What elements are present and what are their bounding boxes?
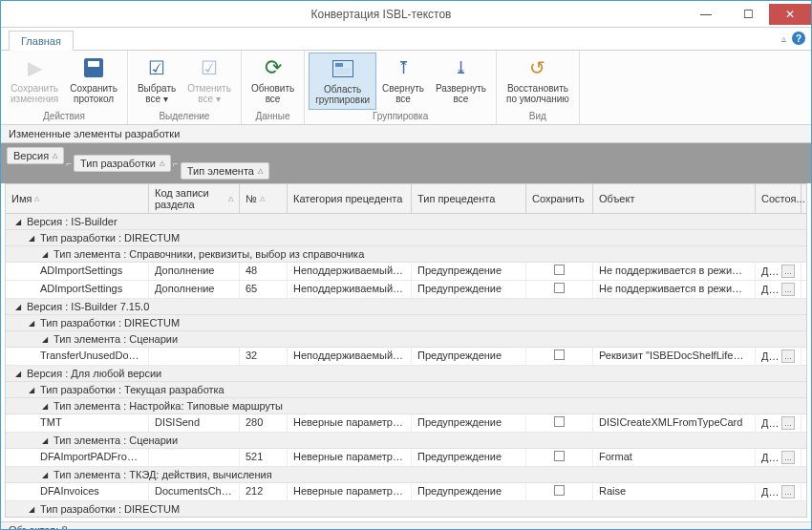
checkbox[interactable] [554, 416, 565, 427]
group-row[interactable]: ◢Тип разработки : DIRECTUM [6, 315, 806, 331]
cell-save[interactable] [526, 263, 593, 280]
group-row[interactable]: ◢Тип элемента : Сценарии [6, 331, 806, 348]
cell-category: Неверные параметры вызов... [288, 483, 412, 500]
cell-code [149, 449, 240, 466]
cell-category: Неподдерживаемый объект [288, 263, 412, 280]
cell-code: Дополнение [149, 281, 240, 298]
group-chip[interactable]: Тип элемента △ [181, 162, 269, 180]
ellipsis-button[interactable]: … [781, 265, 795, 278]
cell-object: DISICreateXMLFromTypeCard [593, 414, 756, 432]
maximize-button[interactable]: ☐ [727, 4, 769, 25]
column-header[interactable]: Сохранить [526, 184, 593, 213]
ribbon-collapse-icon[interactable]: ▵ [781, 33, 786, 44]
minimize-button[interactable]: — [685, 4, 727, 25]
group-row[interactable]: ◢Версия : IS-Builder [6, 214, 806, 230]
group-row[interactable]: ◢Тип элемента : Сценарии [6, 433, 806, 449]
cell-save[interactable] [526, 348, 593, 365]
table-row[interactable]: ADImportSettingsДополнение65Неподдержива… [6, 281, 806, 299]
column-header[interactable]: № △ [240, 184, 288, 213]
ribbon-group: ▶СохранитьизмененияСохранитьпротоколДейс… [1, 51, 128, 124]
group-row[interactable]: ◢Тип элемента : Справочники, реквизиты, … [6, 246, 806, 263]
save-protocol-button[interactable]: Сохранитьпротокол [64, 53, 123, 110]
table-row[interactable]: ADImportSettingsДополнение48Неподдержива… [6, 263, 806, 281]
collapse-all-button[interactable]: ⤒Свернутьвсе [376, 53, 430, 110]
group-row[interactable]: ◢Тип разработки : DIRECTUM [6, 501, 806, 517]
cell-save[interactable] [526, 281, 593, 298]
select-all-button[interactable]: ☑Выбратьвсе ▾ [132, 53, 182, 110]
expander-icon[interactable]: ◢ [40, 470, 50, 479]
cell-save[interactable] [526, 414, 593, 432]
expander-icon[interactable]: ◢ [13, 369, 23, 378]
column-header[interactable]: Имя △ [6, 184, 149, 213]
grid-body[interactable]: ◢Версия : IS-Builder◢Тип разработки : DI… [6, 214, 806, 517]
tab-main[interactable]: Главная [9, 31, 74, 51]
table-row[interactable]: DFAImportPADFromE...521Неверные параметр… [6, 449, 806, 467]
sel-icon: ☑ [196, 54, 223, 81]
group-row[interactable]: ◢Версия : IS-Builder 7.15.0 [6, 299, 806, 315]
cell-object: Raise [593, 483, 756, 500]
cell-name: DFAInvoices [6, 483, 149, 500]
group-row[interactable]: ◢Тип разработки : Текущая разработка [6, 382, 806, 398]
restore-default-button[interactable]: ↺Восстановитьпо умолчанию [501, 53, 575, 110]
ribbon-group: ☑Выбратьвсе ▾☑Отменитьвсе ▾Выделение [128, 51, 242, 124]
column-header[interactable]: Категория прецедента [288, 184, 412, 213]
ellipsis-button[interactable]: … [781, 283, 795, 296]
cell-state: Действу...… [756, 414, 801, 432]
group-chip[interactable]: Тип разработки △ [74, 155, 171, 172]
window-controls: — ☐ ✕ [685, 4, 811, 25]
cell-num: 212 [240, 483, 288, 500]
expander-icon[interactable]: ◢ [40, 435, 50, 445]
expander-icon[interactable]: ◢ [27, 318, 36, 328]
table-row[interactable]: TMTDISISend280Неверные параметры вызов..… [6, 414, 806, 433]
table-row[interactable]: DFAInvoicesDocumentsChain212Неверные пар… [6, 483, 806, 501]
expander-icon[interactable]: ◢ [40, 401, 50, 411]
ellipsis-button[interactable]: … [781, 416, 795, 430]
ellipsis-button[interactable]: … [781, 451, 795, 464]
expander-icon[interactable]: ◢ [27, 385, 36, 394]
group-row[interactable]: ◢Тип элемента : Настройка: Типовые маршр… [6, 398, 806, 414]
expander-icon[interactable]: ◢ [40, 249, 50, 259]
expander-icon[interactable]: ◢ [40, 334, 50, 344]
cell-state: Действу...… [756, 483, 801, 500]
refresh-all-button[interactable]: ⟳Обновитьвсе [246, 53, 300, 110]
group-row[interactable]: ◢Версия : Для любой версии [6, 366, 806, 382]
checkbox[interactable] [554, 283, 565, 293]
checkbox[interactable] [554, 485, 565, 496]
cell-type: Предупреждение [412, 414, 526, 432]
expand-icon: ⤓ [447, 54, 474, 81]
grid-header: Имя △Код записи раздела △№ △Категория пр… [6, 184, 806, 214]
expander-icon[interactable]: ◢ [13, 217, 23, 226]
ribbon-group-title: Группировка [373, 110, 428, 122]
column-header[interactable]: Состоя... [756, 184, 801, 213]
checkbox[interactable] [554, 265, 565, 275]
column-header[interactable]: Тип прецедента [412, 184, 526, 213]
group-row[interactable]: ◢Тип разработки : DIRECTUM [6, 230, 806, 246]
column-header[interactable]: Объект [593, 184, 756, 213]
expander-icon[interactable]: ◢ [27, 504, 36, 514]
ellipsis-button[interactable]: … [781, 485, 795, 498]
cell-state: Действу...… [756, 263, 801, 280]
cell-save[interactable] [526, 449, 593, 466]
table-row[interactable]: TransferUnusedDocu...32Неподдерживаемый … [6, 348, 806, 366]
cell-state: Действу...… [756, 449, 801, 466]
close-button[interactable]: ✕ [769, 4, 811, 25]
expand-all-button[interactable]: ⤓Развернутьвсе [430, 53, 492, 110]
group-chip[interactable]: Версия △ [7, 147, 64, 164]
save-icon [80, 54, 107, 81]
group-row[interactable]: ◢Тип элемента : ТКЭД: действия, вычислен… [6, 467, 806, 483]
ellipsis-button[interactable]: … [781, 350, 795, 363]
cell-name: ADImportSettings [6, 263, 149, 280]
expander-icon[interactable]: ◢ [27, 233, 36, 243]
cell-type: Предупреждение [412, 449, 526, 466]
changed-elements-header: Измененные элементы разработки [1, 125, 811, 143]
expander-icon[interactable]: ◢ [13, 302, 23, 311]
help-icon[interactable]: ? [792, 32, 805, 45]
group-area-button[interactable]: Областьгруппировки [309, 53, 376, 110]
column-header[interactable]: Код записи раздела △ [149, 184, 240, 213]
cell-save[interactable] [526, 483, 593, 500]
checkbox[interactable] [554, 350, 565, 360]
ribbon-group-title: Вид [529, 110, 546, 122]
group-by-panel[interactable]: Версия △⌐Тип разработки △⌐Тип элемента △ [1, 143, 811, 183]
checkbox[interactable] [554, 451, 565, 461]
cell-num: 48 [240, 263, 288, 280]
